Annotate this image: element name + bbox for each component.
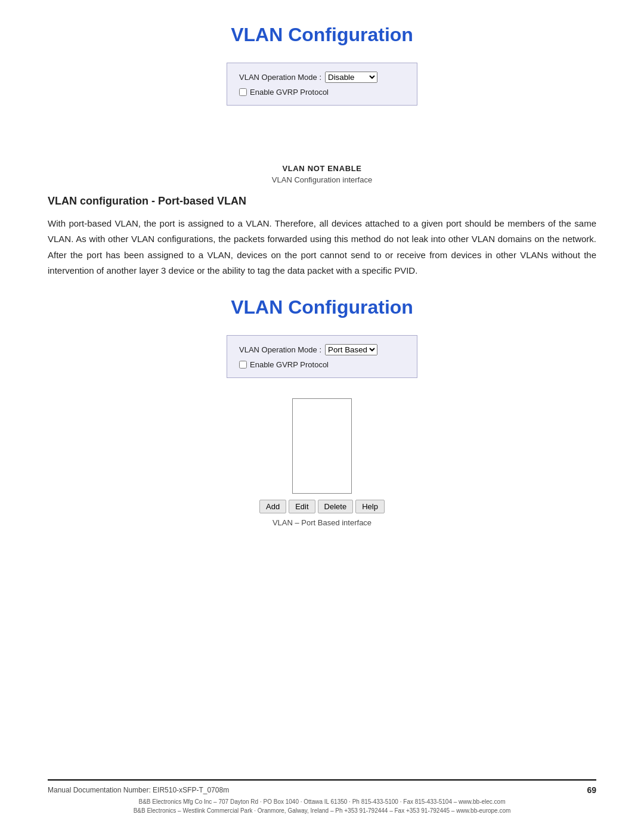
- gvrp-checkbox-2[interactable]: [239, 361, 247, 368]
- operation-mode-select-1[interactable]: Disable Port Based 802.1Q: [325, 72, 377, 83]
- config-box-2: VLAN Operation Mode : Disable Port Based…: [227, 335, 417, 378]
- page-title-2: VLAN Configuration: [48, 296, 596, 318]
- body-text: With port-based VLAN, the port is assign…: [48, 216, 596, 278]
- gvrp-row-2: Enable GVRP Protocol: [239, 360, 405, 369]
- page-title-1: VLAN Configuration: [48, 24, 596, 46]
- operation-mode-label-1: VLAN Operation Mode :: [239, 73, 321, 82]
- help-button[interactable]: Help: [355, 500, 385, 513]
- gvrp-label-1: Enable GVRP Protocol: [250, 88, 329, 97]
- vlan-buttons-row: Add Edit Delete Help: [48, 500, 596, 513]
- edit-button[interactable]: Edit: [289, 500, 315, 513]
- vlan-not-enable-heading: VLAN NOT ENABLE: [48, 164, 596, 173]
- delete-button[interactable]: Delete: [318, 500, 354, 513]
- spacer-3: [48, 384, 596, 398]
- gvrp-label-2: Enable GVRP Protocol: [250, 360, 329, 369]
- vlan-list-box[interactable]: [292, 398, 352, 494]
- footer-company-line2: B&B Electronics – Westlink Commercial Pa…: [48, 806, 596, 815]
- spacer-1: [48, 112, 596, 126]
- footer-company-lines: B&B Electronics Mfg Co Inc – 707 Dayton …: [48, 797, 596, 815]
- footer-company-line1: B&B Electronics Mfg Co Inc – 707 Dayton …: [48, 797, 596, 806]
- operation-mode-row-1: VLAN Operation Mode : Disable Port Based…: [239, 72, 405, 83]
- footer-page-number: 69: [587, 785, 596, 795]
- footer-main-line: Manual Documentation Number: EIR510-xSFP…: [48, 785, 596, 795]
- config-box-1: VLAN Operation Mode : Disable Port Based…: [227, 63, 417, 106]
- add-button[interactable]: Add: [259, 500, 286, 513]
- gvrp-row-1: Enable GVRP Protocol: [239, 88, 405, 97]
- page-container: VLAN Configuration VLAN Operation Mode :…: [0, 0, 644, 833]
- section-heading: VLAN configuration - Port-based VLAN: [48, 195, 596, 208]
- operation-mode-select-2[interactable]: Disable Port Based 802.1Q: [325, 344, 377, 355]
- gvrp-checkbox-1[interactable]: [239, 88, 247, 96]
- spacer-2: [48, 126, 596, 140]
- footer-doc-number: Manual Documentation Number: EIR510-xSFP…: [48, 786, 229, 794]
- vlan-interface-label: VLAN Configuration interface: [48, 175, 596, 184]
- vlan-not-enable-section: VLAN NOT ENABLE VLAN Configuration inter…: [48, 164, 596, 184]
- operation-mode-label-2: VLAN Operation Mode :: [239, 345, 321, 354]
- page-footer: Manual Documentation Number: EIR510-xSFP…: [48, 779, 596, 815]
- operation-mode-row-2: VLAN Operation Mode : Disable Port Based…: [239, 344, 405, 355]
- vlan-port-label: VLAN – Port Based interface: [48, 518, 596, 527]
